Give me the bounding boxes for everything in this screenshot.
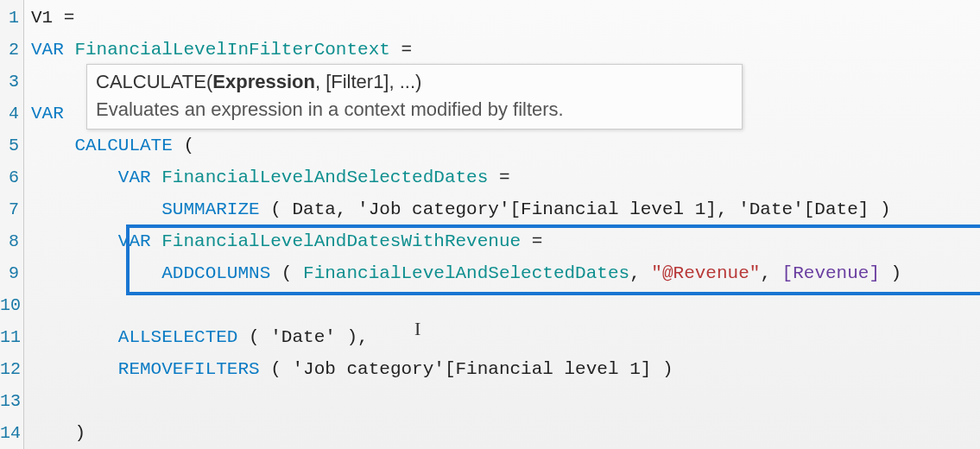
line-number: 10 xyxy=(0,289,19,321)
code-line[interactable]: VAR FinancialLevelAndDatesWithRevenue = xyxy=(31,225,980,257)
function-calculate: CALCULATE xyxy=(31,136,173,155)
identifier: FinancialLevelAndSelectedDates xyxy=(303,263,629,283)
code-editor[interactable]: 1 2 3 4 5 6 7 8 9 10 11 12 13 14 V1 = VA… xyxy=(0,0,980,449)
line-number: 8 xyxy=(0,225,19,257)
line-number: 13 xyxy=(0,385,19,417)
line-number: 1 xyxy=(0,2,19,34)
line-number: 6 xyxy=(0,161,19,193)
keyword-var: VAR xyxy=(31,168,151,187)
line-number: 9 xyxy=(0,257,19,289)
line-number: 5 xyxy=(0,130,19,161)
line-number: 11 xyxy=(0,321,19,353)
identifier: FinancialLevelInFilterContext xyxy=(64,40,401,60)
token: , xyxy=(629,263,651,283)
tooltip-sig-suffix: , [Filter1], ...) xyxy=(315,71,421,92)
function-allselected: ALLSELECTED xyxy=(31,327,237,347)
tooltip-signature: CALCULATE(Expression, [Filter1], ...) xyxy=(96,68,733,96)
string-literal: "@Revenue" xyxy=(651,263,760,283)
code-line[interactable] xyxy=(31,289,980,321)
code-line[interactable]: ADDCOLUMNS ( FinancialLevelAndSelectedDa… xyxy=(31,257,980,289)
token: ( 'Date' ), xyxy=(237,327,368,347)
tooltip-description: Evaluates an expression in a context mod… xyxy=(96,96,733,123)
code-line[interactable]: ALLSELECTED ( 'Date' ), xyxy=(31,321,980,353)
intellisense-tooltip: CALCULATE(Expression, [Filter1], ...) Ev… xyxy=(86,64,743,130)
code-line[interactable]: V1 = xyxy=(31,2,980,34)
keyword-var: VAR xyxy=(31,104,64,123)
token: = xyxy=(64,8,75,28)
token: = xyxy=(401,40,412,60)
line-number: 2 xyxy=(0,34,19,66)
token: ) xyxy=(880,263,901,283)
text-cursor-icon: I xyxy=(414,318,427,337)
code-line[interactable] xyxy=(31,385,980,417)
function-summarize: SUMMARIZE xyxy=(31,199,260,219)
line-number: 7 xyxy=(0,193,19,225)
code-line[interactable]: CALCULATE ( xyxy=(31,130,980,161)
function-addcolumns: ADDCOLUMNS xyxy=(31,263,270,283)
token: = xyxy=(499,168,510,187)
code-line[interactable]: SUMMARIZE ( Data, 'Job category'[Financi… xyxy=(31,193,980,225)
token: = xyxy=(532,231,543,251)
tooltip-sig-active-param: Expression xyxy=(212,71,315,92)
token: V1 xyxy=(31,8,64,28)
keyword-var: VAR xyxy=(31,40,64,60)
code-line[interactable]: VAR FinancialLevelAndSelectedDates = xyxy=(31,161,980,193)
line-number-gutter: 1 2 3 4 5 6 7 8 9 10 11 12 13 14 xyxy=(0,0,24,449)
measure-ref: [Revenue] xyxy=(782,263,880,283)
code-line[interactable]: REMOVEFILTERS ( 'Job category'[Financial… xyxy=(31,353,980,385)
token: ) xyxy=(31,423,85,443)
token: ( Data, 'Job category'[Financial level 1… xyxy=(260,199,891,219)
identifier: FinancialLevelAndDatesWithRevenue xyxy=(151,231,532,251)
keyword-var: VAR xyxy=(31,231,151,251)
function-removefilters: REMOVEFILTERS xyxy=(31,359,260,379)
line-number: 3 xyxy=(0,66,19,98)
token: ( xyxy=(270,263,303,283)
token: ( 'Job category'[Financial level 1] ) xyxy=(260,359,673,379)
token: , xyxy=(760,263,781,283)
identifier: FinancialLevelAndSelectedDates xyxy=(151,168,499,187)
line-number: 4 xyxy=(0,98,19,130)
line-number: 12 xyxy=(0,353,19,385)
code-line[interactable]: ) xyxy=(31,417,980,449)
token: ( xyxy=(173,136,194,155)
tooltip-sig-prefix: CALCULATE( xyxy=(96,71,212,92)
line-number: 14 xyxy=(0,417,19,449)
code-line[interactable]: VAR FinancialLevelInFilterContext = xyxy=(31,34,980,66)
code-area[interactable]: V1 = VAR FinancialLevelInFilterContext =… xyxy=(24,0,980,449)
